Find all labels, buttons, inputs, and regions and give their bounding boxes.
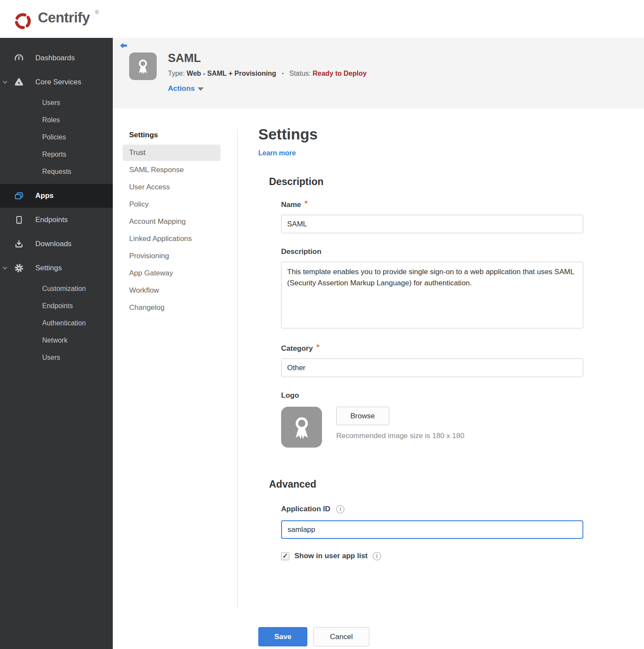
sidebar-item-label: Core Services [35, 78, 81, 87]
status-value: Ready to Deploy [313, 70, 366, 77]
required-asterisk: * [304, 201, 307, 207]
subnav-item-provisioning[interactable]: Provisioning [123, 248, 220, 264]
application-id-input[interactable] [281, 520, 583, 539]
sidebar-subitem-label: Reports [42, 151, 66, 158]
description-heading: Description [269, 176, 585, 188]
subnav-item-user-access[interactable]: User Access [123, 179, 220, 195]
brand-name: Centrify [38, 5, 90, 30]
page: Centrify ® Dashboards [0, 0, 644, 649]
sidebar-subitem-label: Authentication [42, 319, 86, 327]
description-textarea[interactable]: This template enables you to provide sin… [281, 262, 583, 328]
info-icon[interactable]: i [373, 552, 381, 560]
form-buttons: Save Cancel [258, 627, 585, 646]
apps-icon [14, 191, 24, 201]
category-label: Category * [281, 344, 585, 353]
logo-upload-block: Browse Recommended image size is 180 x 1… [336, 407, 464, 440]
sidebar-item-downloads[interactable]: Downloads [0, 232, 113, 256]
sidebar-item-apps[interactable]: Apps [0, 184, 113, 208]
type-value: Web - SAML + Provisioning [187, 70, 276, 77]
sidebar-item-authentication[interactable]: Authentication [0, 315, 113, 332]
logo-size-hint: Recommended image size is 180 x 180 [336, 432, 464, 440]
brand-logo: Centrify ® [13, 5, 99, 31]
info-icon[interactable]: i [336, 505, 344, 513]
type-label: Type: [168, 70, 185, 77]
sidebar-item-label: Endpoints [35, 216, 68, 224]
sidebar-subitem-label: Users [42, 354, 60, 362]
status-label: Status: [289, 70, 311, 77]
subnav-item-account-mapping[interactable]: Account Mapping [123, 213, 220, 230]
subnav-item-policy[interactable]: Policy [123, 196, 220, 213]
subnav-header: Settings [123, 127, 220, 145]
top-header: Centrify ® [0, 0, 644, 38]
sidebar-item-settings[interactable]: Settings [0, 256, 113, 280]
app-logo [129, 53, 157, 80]
logo-row: Browse Recommended image size is 180 x 1… [281, 407, 585, 448]
subnav-item-workflow[interactable]: Workflow [123, 282, 220, 299]
sidebar-subitem-label: Roles [42, 116, 60, 124]
subnav-item-app-gateway[interactable]: App Gateway [123, 265, 220, 281]
description-section: Description Name * Description This temp… [269, 176, 585, 448]
name-label: Name * [281, 201, 585, 209]
required-asterisk: * [316, 344, 319, 350]
show-in-user-app-list-row: Show in user app list i [281, 552, 585, 560]
meta-separator: • [282, 70, 284, 77]
sidebar-item-reports[interactable]: Reports [0, 146, 113, 163]
sidebar-subitem-label: Customization [42, 285, 86, 293]
subnav-item-linked-applications[interactable]: Linked Applications [123, 231, 220, 247]
centrify-logo-icon [13, 11, 33, 31]
sidebar-item-dashboards[interactable]: Dashboards [0, 46, 113, 70]
application-id-label: Application ID i [281, 505, 585, 513]
sidebar-item-network[interactable]: Network [0, 332, 113, 349]
sidebar-subitem-label: Network [42, 337, 68, 344]
actions-dropdown[interactable]: Actions [168, 84, 367, 93]
sidebar-subitem-label: Users [42, 99, 60, 107]
category-input[interactable] [281, 358, 583, 377]
cancel-button[interactable]: Cancel [313, 627, 369, 646]
sidebar-subitem-label: Endpoints [42, 302, 73, 310]
gauge-icon [14, 53, 24, 63]
gear-icon [14, 263, 24, 273]
subnav-item-trust[interactable]: Trust [123, 145, 220, 161]
chevron-down-icon [3, 80, 7, 84]
learn-more-link[interactable]: Learn more [258, 149, 296, 157]
app-header: SAML Type: Web - SAML + Provisioning • S… [113, 38, 644, 108]
advanced-section: Advanced Application ID i Show in user a… [269, 479, 585, 560]
sidebar-item-users[interactable]: Users [0, 94, 113, 111]
sidebar-item-endpoints[interactable]: Endpoints [0, 208, 113, 232]
sidebar-item-label: Apps [35, 192, 54, 200]
subnav-item-saml-response[interactable]: SAML Response [123, 162, 220, 178]
browse-button[interactable]: Browse [336, 407, 389, 425]
logo-preview [281, 407, 322, 448]
actions-label: Actions [168, 84, 195, 93]
name-input[interactable] [281, 215, 583, 233]
download-icon [14, 239, 24, 249]
registered-mark: ® [95, 9, 99, 15]
app-meta: Type: Web - SAML + Provisioning • Status… [168, 70, 367, 77]
sidebar-item-label: Downloads [35, 240, 71, 248]
core-services-icon [14, 77, 24, 87]
sidebar-subitem-label: Requests [42, 168, 71, 176]
sidebar-item-customization[interactable]: Customization [0, 280, 113, 297]
sidebar-item-settings-endpoints[interactable]: Endpoints [0, 297, 113, 315]
sidebar-item-label: Dashboards [35, 54, 75, 62]
app-header-text: SAML Type: Web - SAML + Provisioning • S… [168, 52, 367, 93]
sidebar-item-policies[interactable]: Policies [0, 129, 113, 146]
sidebar: Dashboards Core Services Users Roles Pol… [0, 38, 113, 649]
sidebar-item-settings-users[interactable]: Users [0, 349, 113, 366]
page-title: Settings [258, 126, 585, 143]
back-arrow-icon[interactable] [119, 41, 128, 51]
sidebar-item-core-services[interactable]: Core Services [0, 70, 113, 94]
show-in-user-app-list-checkbox[interactable] [281, 552, 289, 560]
save-button[interactable]: Save [258, 627, 307, 646]
sidebar-item-label: Settings [35, 264, 62, 272]
sidebar-item-requests[interactable]: Requests [0, 163, 113, 180]
show-in-user-app-list-label: Show in user app list [294, 552, 368, 560]
app-title: SAML [168, 52, 367, 65]
description-label: Description [281, 247, 585, 256]
settings-subnav: Settings Trust SAML Response User Access… [123, 127, 220, 317]
sidebar-item-roles[interactable]: Roles [0, 111, 113, 129]
subnav-item-changelog[interactable]: Changelog [123, 300, 220, 316]
settings-main: Settings Learn more Description Name * D… [258, 126, 585, 646]
logo-label: Logo [281, 391, 585, 400]
advanced-heading: Advanced [269, 479, 585, 490]
